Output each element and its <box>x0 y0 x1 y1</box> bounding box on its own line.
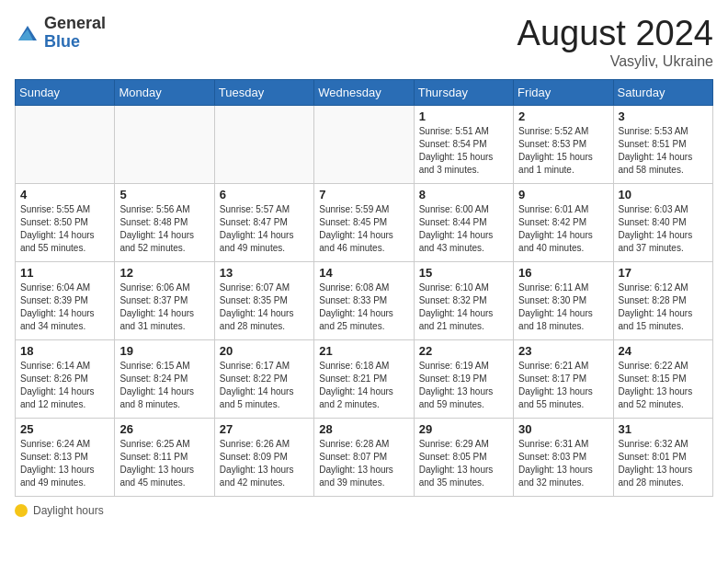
daylight-legend-label: Daylight hours <box>33 504 104 517</box>
day-number: 19 <box>119 344 209 358</box>
day-number: 13 <box>220 266 309 280</box>
location-subtitle: Vasyliv, Ukraine <box>518 53 713 70</box>
calendar-cell: 20Sunrise: 6:17 AM Sunset: 8:22 PM Dayli… <box>214 339 313 418</box>
day-info: Sunrise: 6:22 AM Sunset: 8:15 PM Dayligh… <box>619 360 708 411</box>
calendar-week-3: 11Sunrise: 6:04 AM Sunset: 8:39 PM Dayli… <box>16 261 713 339</box>
calendar-table: SundayMondayTuesdayWednesdayThursdayFrid… <box>15 79 713 497</box>
day-info: Sunrise: 6:06 AM Sunset: 8:37 PM Dayligh… <box>119 282 209 333</box>
calendar-cell: 11Sunrise: 6:04 AM Sunset: 8:39 PM Dayli… <box>16 261 115 339</box>
logo-icon <box>15 20 40 46</box>
daylight-legend-icon <box>15 504 28 517</box>
day-number: 2 <box>518 109 608 123</box>
day-number: 5 <box>119 188 209 201</box>
logo-blue-text: Blue <box>44 33 106 52</box>
calendar-cell: 15Sunrise: 6:10 AM Sunset: 8:32 PM Dayli… <box>414 261 513 339</box>
page-header: General Blue August 2024 Vasyliv, Ukrain… <box>15 15 713 70</box>
day-number: 21 <box>319 344 408 358</box>
calendar-week-4: 18Sunrise: 6:14 AM Sunset: 8:26 PM Dayli… <box>16 339 713 418</box>
calendar-cell: 29Sunrise: 6:29 AM Sunset: 8:05 PM Dayli… <box>414 418 513 496</box>
calendar-cell: 18Sunrise: 6:14 AM Sunset: 8:26 PM Dayli… <box>16 339 115 418</box>
calendar-cell: 2Sunrise: 5:52 AM Sunset: 8:53 PM Daylig… <box>514 105 613 183</box>
weekday-header-sunday: Sunday <box>16 79 115 105</box>
day-number: 26 <box>119 422 209 436</box>
day-number: 25 <box>20 422 109 436</box>
calendar-cell: 4Sunrise: 5:55 AM Sunset: 8:50 PM Daylig… <box>16 183 115 261</box>
day-info: Sunrise: 6:18 AM Sunset: 8:21 PM Dayligh… <box>319 360 408 411</box>
calendar-cell: 1Sunrise: 5:51 AM Sunset: 8:54 PM Daylig… <box>414 105 513 183</box>
day-info: Sunrise: 6:14 AM Sunset: 8:26 PM Dayligh… <box>20 360 109 411</box>
day-info: Sunrise: 5:51 AM Sunset: 8:54 PM Dayligh… <box>419 125 508 177</box>
day-number: 1 <box>419 109 508 123</box>
day-info: Sunrise: 6:12 AM Sunset: 8:28 PM Dayligh… <box>619 282 708 333</box>
day-number: 31 <box>619 422 708 436</box>
day-info: Sunrise: 6:03 AM Sunset: 8:40 PM Dayligh… <box>619 203 708 255</box>
weekday-header-row: SundayMondayTuesdayWednesdayThursdayFrid… <box>16 79 713 105</box>
calendar-cell: 27Sunrise: 6:26 AM Sunset: 8:09 PM Dayli… <box>214 418 313 496</box>
day-info: Sunrise: 5:59 AM Sunset: 8:45 PM Dayligh… <box>319 203 408 255</box>
calendar-cell: 9Sunrise: 6:01 AM Sunset: 8:42 PM Daylig… <box>514 183 613 261</box>
calendar-cell: 17Sunrise: 6:12 AM Sunset: 8:28 PM Dayli… <box>613 261 712 339</box>
weekday-header-friday: Friday <box>514 79 613 105</box>
weekday-header-wednesday: Wednesday <box>314 79 414 105</box>
day-info: Sunrise: 5:55 AM Sunset: 8:50 PM Dayligh… <box>20 203 109 255</box>
day-info: Sunrise: 6:04 AM Sunset: 8:39 PM Dayligh… <box>20 282 109 333</box>
day-info: Sunrise: 6:17 AM Sunset: 8:22 PM Dayligh… <box>220 360 309 411</box>
day-number: 6 <box>220 188 309 201</box>
day-info: Sunrise: 6:29 AM Sunset: 8:05 PM Dayligh… <box>419 438 508 489</box>
day-number: 28 <box>319 422 408 436</box>
month-year-title: August 2024 <box>518 15 713 53</box>
day-number: 15 <box>419 266 508 280</box>
day-number: 17 <box>619 266 708 280</box>
day-number: 3 <box>619 109 708 123</box>
day-info: Sunrise: 6:01 AM Sunset: 8:42 PM Dayligh… <box>518 203 608 255</box>
day-number: 9 <box>518 188 608 201</box>
day-number: 8 <box>419 188 508 201</box>
day-info: Sunrise: 6:21 AM Sunset: 8:17 PM Dayligh… <box>518 360 608 411</box>
day-info: Sunrise: 6:11 AM Sunset: 8:30 PM Dayligh… <box>518 282 608 333</box>
day-info: Sunrise: 6:07 AM Sunset: 8:35 PM Dayligh… <box>220 282 309 333</box>
day-info: Sunrise: 6:25 AM Sunset: 8:11 PM Dayligh… <box>119 438 209 489</box>
calendar-cell: 6Sunrise: 5:57 AM Sunset: 8:47 PM Daylig… <box>214 183 313 261</box>
logo-general-text: General <box>44 15 106 33</box>
day-number: 23 <box>518 344 608 358</box>
day-number: 4 <box>20 188 109 201</box>
calendar-cell: 16Sunrise: 6:11 AM Sunset: 8:30 PM Dayli… <box>514 261 613 339</box>
day-number: 14 <box>319 266 408 280</box>
calendar-week-5: 25Sunrise: 6:24 AM Sunset: 8:13 PM Dayli… <box>16 418 713 496</box>
day-info: Sunrise: 6:08 AM Sunset: 8:33 PM Dayligh… <box>319 282 408 333</box>
day-number: 10 <box>619 188 708 201</box>
day-info: Sunrise: 6:32 AM Sunset: 8:01 PM Dayligh… <box>619 438 708 489</box>
day-info: Sunrise: 5:52 AM Sunset: 8:53 PM Dayligh… <box>518 125 608 177</box>
calendar-cell: 26Sunrise: 6:25 AM Sunset: 8:11 PM Dayli… <box>115 418 214 496</box>
weekday-header-thursday: Thursday <box>414 79 513 105</box>
calendar-cell: 8Sunrise: 6:00 AM Sunset: 8:44 PM Daylig… <box>414 183 513 261</box>
calendar-week-2: 4Sunrise: 5:55 AM Sunset: 8:50 PM Daylig… <box>16 183 713 261</box>
calendar-cell: 25Sunrise: 6:24 AM Sunset: 8:13 PM Dayli… <box>16 418 115 496</box>
day-info: Sunrise: 6:26 AM Sunset: 8:09 PM Dayligh… <box>220 438 309 489</box>
footer-legend: Daylight hours <box>15 504 713 517</box>
title-section: August 2024 Vasyliv, Ukraine <box>518 15 713 70</box>
weekday-header-saturday: Saturday <box>613 79 712 105</box>
calendar-cell: 24Sunrise: 6:22 AM Sunset: 8:15 PM Dayli… <box>613 339 712 418</box>
calendar-cell: 21Sunrise: 6:18 AM Sunset: 8:21 PM Dayli… <box>314 339 414 418</box>
calendar-cell: 23Sunrise: 6:21 AM Sunset: 8:17 PM Dayli… <box>514 339 613 418</box>
day-number: 7 <box>319 188 408 201</box>
calendar-cell: 3Sunrise: 5:53 AM Sunset: 8:51 PM Daylig… <box>613 105 712 183</box>
day-number: 22 <box>419 344 508 358</box>
calendar-cell <box>115 105 214 183</box>
logo: General Blue <box>15 15 106 52</box>
day-info: Sunrise: 6:15 AM Sunset: 8:24 PM Dayligh… <box>119 360 209 411</box>
day-number: 27 <box>220 422 309 436</box>
day-number: 18 <box>20 344 109 358</box>
day-number: 30 <box>518 422 608 436</box>
weekday-header-tuesday: Tuesday <box>214 79 313 105</box>
day-info: Sunrise: 6:19 AM Sunset: 8:19 PM Dayligh… <box>419 360 508 411</box>
day-info: Sunrise: 5:56 AM Sunset: 8:48 PM Dayligh… <box>119 203 209 255</box>
calendar-cell <box>214 105 313 183</box>
calendar-cell: 7Sunrise: 5:59 AM Sunset: 8:45 PM Daylig… <box>314 183 414 261</box>
day-number: 29 <box>419 422 508 436</box>
day-info: Sunrise: 6:10 AM Sunset: 8:32 PM Dayligh… <box>419 282 508 333</box>
day-info: Sunrise: 6:31 AM Sunset: 8:03 PM Dayligh… <box>518 438 608 489</box>
day-info: Sunrise: 5:57 AM Sunset: 8:47 PM Dayligh… <box>220 203 309 255</box>
calendar-week-1: 1Sunrise: 5:51 AM Sunset: 8:54 PM Daylig… <box>16 105 713 183</box>
